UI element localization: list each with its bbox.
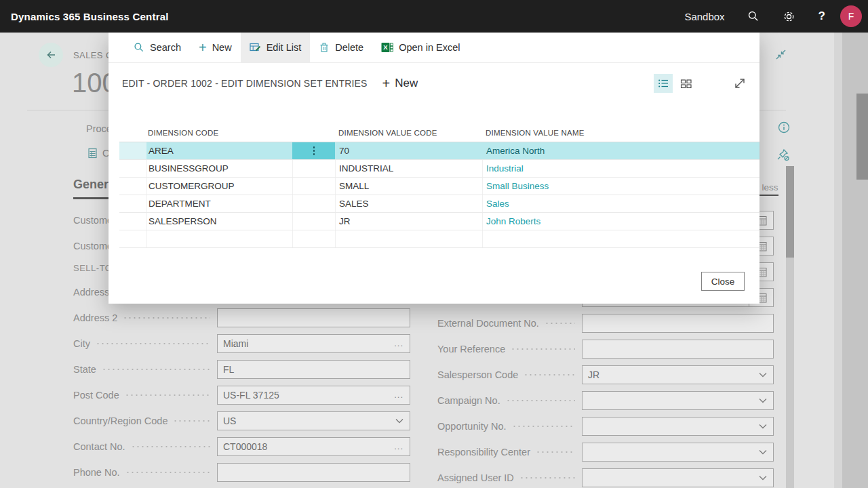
collapse-icon[interactable]: [774, 48, 787, 64]
row-selector[interactable]: [119, 160, 146, 177]
country-region-code-field[interactable]: US: [217, 411, 410, 430]
gear-icon[interactable]: [771, 0, 807, 33]
dotted-leader: [506, 400, 575, 401]
dimension-code-cell[interactable]: BUSINESSGROUP: [146, 160, 292, 177]
dotted-leader: [173, 420, 210, 422]
field-value: US-FL 37125: [223, 390, 279, 401]
form-row: Phone No.: [73, 463, 410, 482]
view-toggle-group: [654, 74, 749, 93]
row-selector[interactable]: [119, 195, 146, 212]
field-value: Miami: [223, 338, 248, 349]
chevron-down-icon[interactable]: [759, 398, 773, 403]
card-view-button[interactable]: [676, 74, 695, 93]
form-row: External Document No.: [437, 314, 774, 333]
field-value: US: [223, 415, 236, 426]
chevron-down-icon[interactable]: [759, 449, 773, 455]
pin-icon[interactable]: [776, 148, 791, 165]
form-row: Country/Region CodeUS: [73, 411, 410, 430]
row-menu-icon[interactable]: [313, 146, 315, 155]
table-row[interactable]: DEPARTMENTSALESSales: [119, 195, 760, 213]
close-button[interactable]: Close: [701, 272, 745, 291]
campaign-no-field[interactable]: [582, 391, 774, 410]
table-row[interactable]: AREA70America North: [119, 142, 760, 160]
form-row: Responsibility Center: [437, 443, 774, 462]
ellipsis-icon[interactable]: ...: [394, 443, 410, 450]
table-row[interactable]: SALESPERSONJRJohn Roberts: [119, 213, 760, 230]
address-2-field[interactable]: [217, 308, 410, 327]
avatar[interactable]: F: [840, 5, 862, 27]
dimension-value-code-header[interactable]: DIMENSION VALUE CODE: [335, 121, 482, 142]
opportunity-no-field[interactable]: [582, 417, 774, 436]
chevron-down-icon[interactable]: [759, 372, 773, 378]
chevron-down-icon[interactable]: [759, 475, 773, 481]
open-in-excel-button[interactable]: X Open in Excel: [372, 33, 469, 62]
list-view-button[interactable]: [654, 74, 673, 93]
table-empty-row[interactable]: [119, 230, 760, 248]
form-row: Campaign No.: [437, 391, 774, 410]
search-icon[interactable]: [736, 0, 771, 33]
edit-list-icon: [250, 42, 261, 53]
help-icon[interactable]: ?: [807, 0, 837, 33]
table-row[interactable]: BUSINESSGROUPINDUSTRIALIndustrial: [119, 160, 760, 178]
dimension-value-code-cell[interactable]: SMALL: [335, 178, 482, 195]
post-code-field[interactable]: US-FL 37125...: [217, 386, 410, 405]
info-icon[interactable]: [777, 121, 791, 137]
salesperson-code-field[interactable]: JR: [582, 365, 774, 384]
dialog-title-row: EDIT - ORDER 1002 - EDIT DIMENSION SET E…: [122, 70, 749, 97]
row-menu-cell: [292, 213, 335, 230]
chevron-down-icon[interactable]: [395, 418, 410, 424]
dimension-code-cell[interactable]: DEPARTMENT: [146, 195, 292, 212]
state-field[interactable]: FL: [217, 360, 410, 379]
shell-scrollbar-thumb[interactable]: [856, 94, 868, 180]
page-scrollbar-thumb[interactable]: [786, 166, 794, 258]
dimension-value-name-header[interactable]: DIMENSION VALUE NAME: [482, 121, 760, 142]
dimension-code-cell[interactable]: SALESPERSON: [146, 213, 292, 230]
dimension-value-name-link[interactable]: America North: [482, 142, 760, 159]
new-inline-button[interactable]: + New: [382, 77, 418, 90]
form-row: Your Reference: [437, 340, 774, 359]
row-menu-cell: [292, 178, 335, 195]
dimension-value-name-link[interactable]: Industrial: [482, 160, 760, 177]
ellipsis-icon[interactable]: ...: [394, 392, 410, 399]
row-menu-cell[interactable]: [292, 142, 335, 159]
dotted-leader: [519, 477, 575, 479]
dimension-code-header[interactable]: DIMENSION CODE: [146, 121, 292, 142]
back-button[interactable]: [39, 43, 63, 67]
dimension-value-name-link[interactable]: John Roberts: [482, 213, 760, 230]
table-row[interactable]: CUSTOMERGROUPSMALLSmall Business: [119, 178, 760, 195]
ellipsis-icon[interactable]: ...: [394, 340, 410, 347]
new-button[interactable]: + New: [190, 33, 241, 62]
dotted-leader: [545, 323, 575, 324]
row-selector[interactable]: [119, 230, 146, 247]
assigned-user-id-field[interactable]: [582, 468, 774, 487]
group-label: SELL-TO: [73, 263, 112, 273]
form-row: StateFL: [73, 360, 410, 379]
contact-no-field[interactable]: CT000018...: [217, 437, 410, 456]
dimension-value-code-cell[interactable]: JR: [335, 213, 482, 230]
dimension-code-cell[interactable]: CUSTOMERGROUP: [146, 178, 292, 195]
delete-button[interactable]: Delete: [310, 33, 372, 62]
responsibility-center-field[interactable]: [582, 443, 774, 462]
external-document-no-field[interactable]: [582, 314, 774, 333]
row-selector[interactable]: [119, 178, 146, 195]
row-selector[interactable]: [119, 142, 146, 159]
form-row: Assigned User ID: [437, 468, 774, 487]
dimension-value-code-cell[interactable]: INDUSTRIAL: [335, 160, 482, 177]
chevron-down-icon[interactable]: [759, 424, 773, 429]
dimension-code-cell[interactable]: AREA: [146, 142, 292, 159]
dimension-value-name-link[interactable]: Sales: [482, 195, 760, 212]
your-reference-field[interactable]: [582, 340, 774, 359]
dotted-leader: [512, 426, 575, 427]
topbar-actions: Sandbox ? F: [673, 0, 868, 33]
dimension-value-code-cell[interactable]: SALES: [335, 195, 482, 212]
edit-list-button[interactable]: Edit List: [241, 33, 311, 62]
card-view-icon: [679, 77, 692, 89]
dimension-value-name-link[interactable]: Small Business: [482, 178, 760, 195]
city-field[interactable]: Miami...: [217, 334, 410, 353]
row-selector[interactable]: [119, 213, 146, 230]
dimension-value-code-cell[interactable]: 70: [335, 142, 482, 159]
expand-icon[interactable]: [731, 75, 749, 92]
list-view-icon: [657, 77, 669, 89]
search-button[interactable]: Search: [125, 33, 190, 62]
phone-no-field[interactable]: [217, 463, 410, 482]
